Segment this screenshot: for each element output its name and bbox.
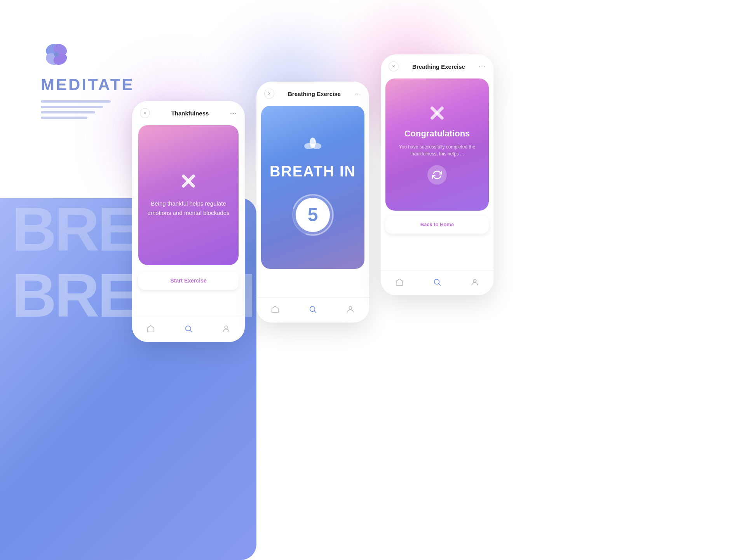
phone1-header: × Thankfulness ··· <box>132 101 245 125</box>
phones-container: × Thankfulness ··· Being thankful helps … <box>132 23 493 342</box>
phone1-nav-home[interactable] <box>146 324 155 335</box>
congrats-text: You have successfully completed the than… <box>393 143 481 157</box>
svg-line-24 <box>439 284 440 285</box>
logo-area: MEDITATE <box>41 39 134 122</box>
phone1-bottom-nav <box>132 317 245 342</box>
svg-point-4 <box>54 52 59 57</box>
phone2-title: Breathing Exercise <box>288 91 341 97</box>
phone-breathing: × Breathing Exercise ··· BREATH IN <box>256 82 369 323</box>
phone1-nav-user[interactable] <box>222 324 230 335</box>
refresh-button[interactable] <box>427 165 447 185</box>
svg-point-20 <box>349 306 352 309</box>
breath-in-text: BREATH IN <box>270 163 356 180</box>
phone1-more-button[interactable]: ··· <box>230 109 237 117</box>
phone2-header: × Breathing Exercise ··· <box>256 82 369 106</box>
phone3-nav-search[interactable] <box>433 278 441 288</box>
svg-point-9 <box>225 326 227 328</box>
phone3-more-button[interactable]: ··· <box>479 63 486 71</box>
phone3-x-icon <box>429 105 446 123</box>
phone2-more-button[interactable]: ··· <box>354 90 361 98</box>
phone2-bottom-nav <box>256 297 369 323</box>
phone1-close-button[interactable]: × <box>140 108 150 118</box>
phone2-nav-search[interactable] <box>309 305 317 316</box>
phone3-nav-user[interactable] <box>471 278 479 288</box>
start-exercise-button[interactable]: Start Exercise <box>138 271 239 290</box>
svg-point-25 <box>473 279 476 282</box>
phone2-close-button[interactable]: × <box>264 89 274 99</box>
phone-thankfulness: × Thankfulness ··· Being thankful helps … <box>132 101 245 342</box>
flower-icon <box>303 137 322 157</box>
phone2-card: BREATH IN 5 <box>261 106 364 269</box>
phone3-header: × Breathing Exercise ··· <box>381 54 493 79</box>
logo-line-1 <box>41 100 111 103</box>
phone-congratulations: × Breathing Exercise ··· Congratulations… <box>381 54 493 295</box>
congrats-title: Congratulations <box>404 129 470 139</box>
svg-line-8 <box>190 330 192 332</box>
svg-point-14 <box>310 144 315 148</box>
brand-name: MEDITATE <box>41 75 134 94</box>
phone1-nav-search[interactable] <box>184 324 193 335</box>
timer-number: 5 <box>308 204 318 225</box>
timer-circle: 5 <box>289 192 336 238</box>
back-home-button[interactable]: Back to Home <box>385 215 489 234</box>
logo-line-3 <box>41 111 95 113</box>
phone3-close-button[interactable]: × <box>389 61 399 72</box>
logo-line-2 <box>41 106 103 108</box>
phone2-nav-home[interactable] <box>271 305 279 316</box>
phone3-title: Breathing Exercise <box>412 63 465 70</box>
phone1-card: Being thankful helps regulate emotions a… <box>138 125 239 265</box>
phone1-card-text: Being thankful helps regulate emotions a… <box>146 199 231 218</box>
logo-lines <box>41 100 134 119</box>
phone3-card: Congratulations You have successfully co… <box>385 79 489 211</box>
phone1-x-icon <box>180 173 197 191</box>
phone3-nav-home[interactable] <box>395 278 404 288</box>
phone1-title: Thankfulness <box>171 110 209 117</box>
phone2-nav-user[interactable] <box>346 305 355 316</box>
phone3-bottom-nav <box>381 270 493 295</box>
svg-line-19 <box>314 311 316 312</box>
logo-icon <box>41 39 72 70</box>
logo-line-4 <box>41 117 87 119</box>
